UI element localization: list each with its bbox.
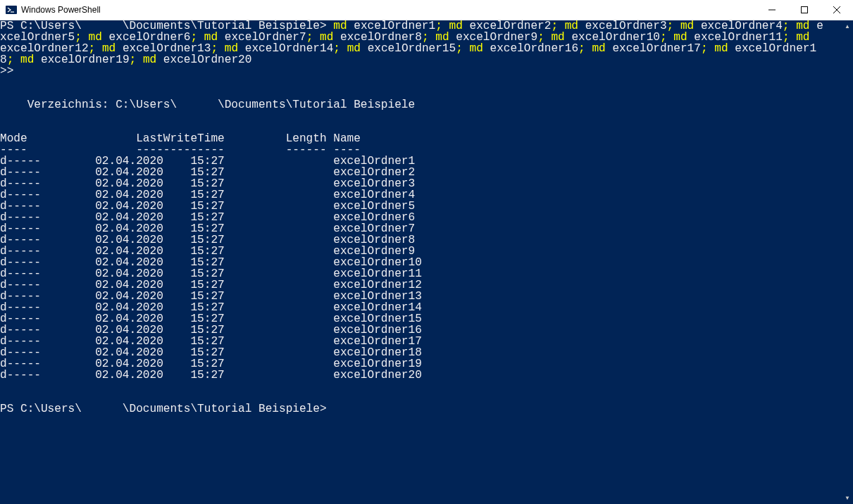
vertical-scrollbar[interactable]: ▲ ▼ xyxy=(842,20,853,504)
window-title: Windows PowerShell xyxy=(21,5,101,15)
maximize-button[interactable] xyxy=(788,0,821,20)
terminal-output[interactable]: PS C:\Users\ \Documents\Tutorial Beispie… xyxy=(0,20,842,504)
svg-rect-3 xyxy=(802,7,808,13)
close-button[interactable] xyxy=(821,0,853,20)
powershell-icon xyxy=(6,4,17,15)
scroll-track[interactable] xyxy=(842,32,853,492)
minimize-button[interactable] xyxy=(756,0,788,20)
console-area[interactable]: PS C:\Users\ \Documents\Tutorial Beispie… xyxy=(0,20,853,504)
scroll-up-arrow[interactable]: ▲ xyxy=(842,20,853,32)
window-titlebar: Windows PowerShell xyxy=(0,0,853,20)
scroll-down-arrow[interactable]: ▼ xyxy=(842,492,853,504)
